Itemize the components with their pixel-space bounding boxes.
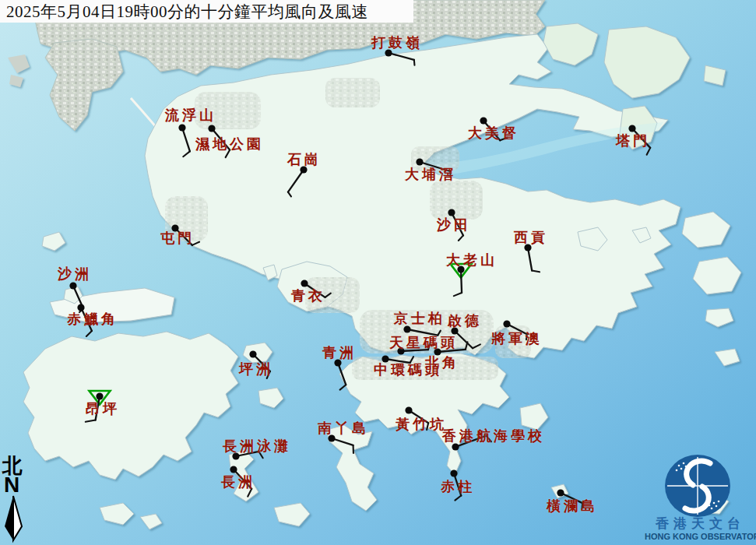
map-title: 2025年5月04日19時00分的十分鐘平均風向及風速 [0, 1, 368, 23]
north-indicator: 北 N [0, 456, 31, 545]
station-label-stanley: 赤柱 [441, 480, 475, 494]
station-label-wong-chuk-hang: 黃竹坑 [396, 417, 447, 431]
station-label-wetland-park: 濕地公園 [195, 137, 264, 151]
station-label-tsing-yi: 青衣 [291, 289, 325, 303]
station-label-tai-po-kau: 大埔滘 [405, 167, 456, 181]
station-label-central-pier: 中環碼頭 [374, 363, 442, 377]
station-label-sha-chau: 沙洲 [58, 267, 92, 281]
station-label-cheung-chau: 長洲 [221, 475, 255, 489]
north-arrow-icon [0, 495, 31, 543]
station-label-cheung-chau-beach: 長洲泳灘 [223, 439, 291, 453]
title-bar: 2025年5月04日19時00分的十分鐘平均風向及風速 [0, 0, 413, 23]
station-label-lamma-island: 南丫島 [318, 421, 369, 435]
station-label-ta-kwu-ling: 打鼓嶺 [371, 36, 423, 50]
hko-logo-cjk-text: 香港天文台 [645, 517, 756, 530]
hko-logo: 香港天文台 HONG KONG OBSERVATORY [645, 453, 756, 545]
station-label-peng-chau: 坪洲 [239, 362, 273, 376]
station-label-green-island: 青洲 [322, 346, 357, 360]
station-label-kai-tak: 啟德 [448, 314, 482, 328]
station-label-kings-park: 京士柏 [394, 311, 445, 325]
station-label-lau-fau-shan: 流浮山 [165, 108, 216, 122]
station-label-star-ferry: 天星碼頭 [389, 336, 458, 350]
station-label-shek-kong: 石崗 [287, 153, 322, 167]
station-label-tseung-kwan-o: 將軍澳 [491, 332, 543, 346]
station-label-tates-cairn: 大老山 [446, 253, 498, 267]
station-label-tuen-mun: 屯門 [160, 231, 195, 245]
station-label-chek-lap-kok: 赤鱲角 [67, 312, 118, 326]
hko-logo-icon [645, 453, 756, 517]
station-label-hk-sea-school: 香港航海學校 [442, 429, 545, 443]
north-latin-label: N [4, 474, 19, 496]
base-map [0, 0, 756, 545]
hko-logo-en-text: HONG KONG OBSERVATORY [645, 533, 756, 541]
station-label-waglan-island: 橫瀾島 [547, 499, 598, 513]
station-label-sai-kung: 西貢 [514, 230, 548, 244]
station-label-ngong-ping: 昂坪 [86, 402, 120, 416]
station-label-tai-mei-tuk: 大美督 [468, 126, 519, 140]
station-label-tap-mun: 塔門 [616, 134, 650, 148]
station-label-sha-tin: 沙田 [437, 218, 471, 232]
